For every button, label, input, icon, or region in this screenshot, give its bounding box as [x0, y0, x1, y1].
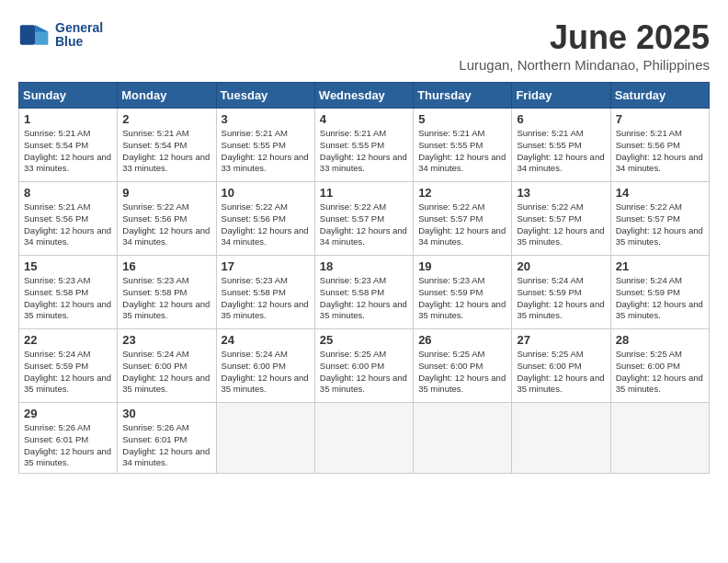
- table-row: 21 Sunrise: 5:24 AMSunset: 5:59 PMDaylig…: [610, 256, 709, 329]
- general-blue-logo-icon: [18, 18, 51, 52]
- table-row: 5 Sunrise: 5:21 AMSunset: 5:55 PMDayligh…: [414, 109, 512, 182]
- table-row: 23 Sunrise: 5:24 AMSunset: 6:00 PMDaylig…: [118, 329, 216, 403]
- table-row: 4 Sunrise: 5:21 AMSunset: 5:55 PMDayligh…: [314, 109, 413, 182]
- table-row: 19 Sunrise: 5:23 AMSunset: 5:59 PMDaylig…: [414, 256, 512, 329]
- table-row: 30 Sunrise: 5:26 AMSunset: 6:01 PMDaylig…: [118, 403, 216, 474]
- table-row: 17 Sunrise: 5:23 AMSunset: 5:58 PMDaylig…: [216, 256, 314, 329]
- calendar: Sunday Monday Tuesday Wednesday Thursday…: [18, 82, 710, 474]
- svg-marker-2: [35, 25, 48, 31]
- col-thursday: Thursday: [414, 83, 512, 109]
- col-sunday: Sunday: [19, 83, 118, 109]
- week-row-3: 15 Sunrise: 5:23 AMSunset: 5:58 PMDaylig…: [19, 256, 710, 329]
- table-row: 10 Sunrise: 5:22 AMSunset: 5:56 PMDaylig…: [216, 182, 314, 256]
- table-row: 7 Sunrise: 5:21 AMSunset: 5:56 PMDayligh…: [610, 109, 709, 182]
- table-row: 16 Sunrise: 5:23 AMSunset: 5:58 PMDaylig…: [118, 256, 216, 329]
- location-title: Lurugan, Northern Mindanao, Philippines: [459, 57, 710, 73]
- week-row-5: 29 Sunrise: 5:26 AMSunset: 6:01 PMDaylig…: [19, 403, 710, 474]
- title-area: June 2025 Lurugan, Northern Mindanao, Ph…: [459, 18, 710, 73]
- svg-rect-0: [20, 25, 35, 45]
- table-row: 26 Sunrise: 5:25 AMSunset: 6:00 PMDaylig…: [414, 329, 512, 403]
- table-row: [314, 403, 413, 474]
- table-row: 12 Sunrise: 5:22 AMSunset: 5:57 PMDaylig…: [414, 182, 512, 256]
- table-row: 6 Sunrise: 5:21 AMSunset: 5:55 PMDayligh…: [512, 109, 610, 182]
- table-row: 24 Sunrise: 5:24 AMSunset: 6:00 PMDaylig…: [216, 329, 314, 403]
- month-title: June 2025: [459, 18, 710, 57]
- logo-text: General Blue: [55, 21, 103, 50]
- table-row: 1 Sunrise: 5:21 AMSunset: 5:54 PMDayligh…: [19, 109, 118, 182]
- table-row: 9 Sunrise: 5:22 AMSunset: 5:56 PMDayligh…: [118, 182, 216, 256]
- col-monday: Monday: [118, 83, 216, 109]
- col-friday: Friday: [512, 83, 610, 109]
- table-row: 8 Sunrise: 5:21 AMSunset: 5:56 PMDayligh…: [19, 182, 118, 256]
- table-row: 28 Sunrise: 5:25 AMSunset: 6:00 PMDaylig…: [610, 329, 709, 403]
- week-row-4: 22 Sunrise: 5:24 AMSunset: 5:59 PMDaylig…: [19, 329, 710, 403]
- col-wednesday: Wednesday: [314, 83, 413, 109]
- col-tuesday: Tuesday: [216, 83, 314, 109]
- table-row: 27 Sunrise: 5:25 AMSunset: 6:00 PMDaylig…: [512, 329, 610, 403]
- table-row: 18 Sunrise: 5:23 AMSunset: 5:58 PMDaylig…: [314, 256, 413, 329]
- table-row: [414, 403, 512, 474]
- table-row: 13 Sunrise: 5:22 AMSunset: 5:57 PMDaylig…: [512, 182, 610, 256]
- table-row: [216, 403, 314, 474]
- col-saturday: Saturday: [610, 83, 709, 109]
- week-row-1: 1 Sunrise: 5:21 AMSunset: 5:54 PMDayligh…: [19, 109, 710, 182]
- table-row: 20 Sunrise: 5:24 AMSunset: 5:59 PMDaylig…: [512, 256, 610, 329]
- logo-line2: Blue: [55, 35, 103, 49]
- table-row: [512, 403, 610, 474]
- week-row-2: 8 Sunrise: 5:21 AMSunset: 5:56 PMDayligh…: [19, 182, 710, 256]
- table-row: [610, 403, 709, 474]
- table-row: 29 Sunrise: 5:26 AMSunset: 6:01 PMDaylig…: [19, 403, 118, 474]
- table-row: 3 Sunrise: 5:21 AMSunset: 5:55 PMDayligh…: [216, 109, 314, 182]
- table-row: 14 Sunrise: 5:22 AMSunset: 5:57 PMDaylig…: [610, 182, 709, 256]
- calendar-header-row: Sunday Monday Tuesday Wednesday Thursday…: [19, 83, 710, 109]
- table-row: 15 Sunrise: 5:23 AMSunset: 5:58 PMDaylig…: [19, 256, 118, 329]
- table-row: 22 Sunrise: 5:24 AMSunset: 5:59 PMDaylig…: [19, 329, 118, 403]
- table-row: 25 Sunrise: 5:25 AMSunset: 6:00 PMDaylig…: [314, 329, 413, 403]
- header: General Blue June 2025 Lurugan, Northern…: [18, 18, 710, 73]
- logo: General Blue: [18, 18, 103, 52]
- table-row: 2 Sunrise: 5:21 AMSunset: 5:54 PMDayligh…: [118, 109, 216, 182]
- table-row: 11 Sunrise: 5:22 AMSunset: 5:57 PMDaylig…: [314, 182, 413, 256]
- logo-line1: General: [55, 21, 103, 35]
